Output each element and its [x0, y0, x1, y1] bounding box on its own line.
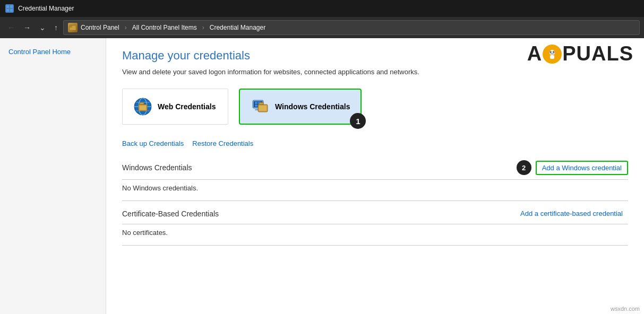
web-credentials-label: Web Credentials: [158, 102, 216, 111]
address-bar[interactable]: Control Panel › All Control Panel Items …: [63, 20, 640, 35]
step-1-badge: 1: [350, 113, 366, 129]
breadcrumb-sep-1: ›: [125, 24, 127, 31]
forward-button[interactable]: →: [20, 21, 34, 34]
add-certificate-credential-link[interactable]: Add a certificate-based credential: [515, 207, 628, 220]
svg-rect-24: [255, 104, 257, 107]
content-area: A PUALS Manage your credentials View and…: [106, 38, 644, 314]
svg-point-9: [553, 51, 555, 53]
windows-credentials-section: Windows Credentials 2 Add a Windows cred…: [122, 160, 628, 201]
watermark: wsxdn.com: [611, 306, 640, 312]
logo-text-rest: PUALS: [562, 42, 633, 65]
windows-credentials-section-title: Windows Credentials: [122, 163, 192, 172]
web-credentials-tab[interactable]: Web Credentials: [122, 89, 228, 125]
windows-credentials-label: Windows Credentials: [275, 102, 350, 111]
breadcrumb-item-current: Credential Manager: [210, 24, 265, 31]
windows-add-area: 2 Add a Windows credential: [513, 160, 628, 175]
windows-credentials-header: Windows Credentials 2 Add a Windows cred…: [122, 160, 628, 180]
windows-credentials-tab[interactable]: Windows Credentials 1: [239, 89, 362, 125]
svg-point-11: [554, 51, 554, 52]
logo-text: A: [527, 42, 542, 65]
svg-rect-29: [259, 106, 267, 111]
back-button[interactable]: ←: [4, 21, 18, 34]
svg-rect-1: [10, 5, 13, 8]
logo-char-icon: [543, 45, 562, 64]
breadcrumb-item-all-items[interactable]: All Control Panel Items: [132, 24, 197, 31]
svg-rect-19: [140, 106, 146, 110]
dropdown-button[interactable]: ⌄: [36, 21, 49, 34]
breadcrumb-item-control-panel[interactable]: Control Panel: [81, 24, 119, 31]
windows-credentials-empty: No Windows credentials.: [122, 180, 628, 194]
certificate-credentials-section-title: Certificate-Based Credentials: [122, 210, 219, 218]
appuals-logo: A PUALS: [527, 42, 633, 65]
svg-rect-12: [550, 55, 554, 59]
svg-rect-0: [6, 5, 9, 8]
address-icon: [68, 23, 78, 32]
svg-rect-3: [10, 9, 13, 12]
svg-point-10: [551, 51, 551, 52]
sidebar-home-link[interactable]: Control Panel Home: [8, 48, 71, 56]
svg-point-8: [550, 51, 552, 53]
title-bar-text: Credential Manager: [18, 5, 74, 12]
main-container: Control Panel Home A PUALS Manage you: [0, 38, 644, 314]
nav-bar: ← → ⌄ ↑ Control Panel › All Control Pane…: [0, 17, 644, 38]
certificate-credentials-header: Certificate-Based Credentials Add a cert…: [122, 207, 628, 224]
web-credentials-icon: [133, 97, 152, 116]
title-bar: Credential Manager: [0, 0, 644, 17]
step-2-badge: 2: [517, 160, 531, 175]
certificate-credentials-section: Certificate-Based Credentials Add a cert…: [122, 207, 628, 246]
svg-rect-2: [6, 9, 9, 12]
certificate-credentials-empty: No certificates.: [122, 224, 628, 239]
breadcrumb-sep-2: ›: [202, 24, 204, 31]
add-windows-credential-link[interactable]: Add a Windows credential: [536, 161, 628, 175]
app-icon: [5, 4, 14, 13]
sidebar: Control Panel Home: [0, 38, 106, 314]
action-links: Back up Credentials Restore Credentials: [122, 139, 628, 147]
backup-credentials-link[interactable]: Back up Credentials: [122, 139, 184, 147]
up-button[interactable]: ↑: [51, 21, 61, 34]
svg-rect-5: [70, 25, 72, 28]
page-description: View and delete your saved logon informa…: [122, 68, 628, 76]
credential-tabs: Web Credentials: [122, 89, 628, 125]
windows-credentials-icon: [251, 97, 270, 116]
svg-rect-22: [255, 102, 257, 104]
restore-credentials-link[interactable]: Restore Credentials: [192, 139, 253, 147]
